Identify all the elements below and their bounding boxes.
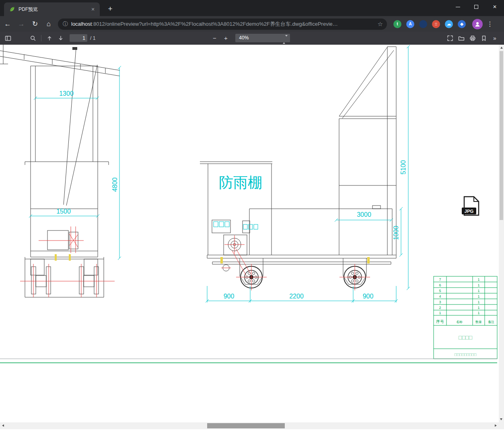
folder-open-icon <box>458 35 465 41</box>
forward-button[interactable]: → <box>15 18 27 30</box>
extension-icon-2[interactable]: A <box>406 20 414 28</box>
pdf-page: 1300 4800 1500 3000 1000 5100 900 2200 9… <box>0 45 499 422</box>
dimensions <box>29 45 410 302</box>
titleblock-title: □□□□ <box>459 334 472 341</box>
dim-3000: 3000 <box>357 211 371 218</box>
new-tab-button[interactable]: + <box>105 4 116 15</box>
printer-icon <box>469 35 476 41</box>
dim-900-left: 900 <box>224 293 235 300</box>
bom-qty: 1 <box>477 289 479 293</box>
extension-icon-6[interactable]: ◆ <box>458 20 466 28</box>
maximize-button[interactable] <box>467 0 485 14</box>
close-window-button[interactable]: ✕ <box>485 0 504 14</box>
dim-2200: 2200 <box>289 293 304 300</box>
pdf-toolbar: / 1 − + 40% » <box>0 32 504 45</box>
home-button[interactable]: ⌂ <box>43 18 55 30</box>
arrow-up-icon <box>46 35 53 41</box>
more-tools-button[interactable]: » <box>490 35 500 41</box>
bom-qty: 1 <box>477 278 479 282</box>
search-icon <box>30 35 36 41</box>
scroll-up-icon <box>500 47 503 49</box>
maximize-icon <box>474 5 478 9</box>
bom-no: 4 <box>439 294 441 298</box>
url-host: localhost <box>71 21 92 27</box>
minimize-icon <box>456 7 460 7</box>
jpg-file-icon: JPG <box>462 197 479 215</box>
bom-header-qty: 数量 <box>475 320 482 324</box>
site-info-icon[interactable]: ⓘ <box>63 21 68 28</box>
tab-title: PDF预览 <box>19 6 89 13</box>
extension-icon-4[interactable]: :: <box>432 20 440 28</box>
toolbar-divider <box>41 35 41 41</box>
arrow-down-icon <box>58 35 64 41</box>
left-view <box>0 45 120 297</box>
zoom-out-button[interactable]: − <box>209 33 220 43</box>
zoom-in-button[interactable]: + <box>220 33 231 43</box>
url-path: :8012/onlinePreview?url=http%3A%2F%2Floc… <box>92 21 337 27</box>
bom-no: 6 <box>439 283 441 287</box>
bom-no: 7 <box>439 278 441 282</box>
browser-tab[interactable]: PDF预览 ✕ <box>4 2 100 16</box>
dim-4800: 4800 <box>111 177 118 192</box>
bom-no: 3 <box>439 300 441 304</box>
bom-qty: 1 <box>477 300 479 304</box>
titleblock-note: □□□□□□□□□ <box>455 352 476 357</box>
next-page-button[interactable] <box>55 33 66 43</box>
browser-menu-icon[interactable]: ⋮ <box>485 19 495 29</box>
bom-header-name: 名称 <box>456 320 463 324</box>
presentation-mode-button[interactable] <box>444 33 456 43</box>
person-icon <box>474 21 481 27</box>
zoom-value: 40% <box>239 35 249 41</box>
bom-no: 2 <box>439 306 441 310</box>
extension-icon-5[interactable]: ☁ <box>445 20 453 28</box>
dimension-labels: 1300 4800 1500 3000 1000 5100 900 2200 9… <box>56 90 407 300</box>
previous-page-button[interactable] <box>44 33 55 43</box>
sidebar-icon <box>5 35 11 41</box>
sheet-border <box>0 359 497 363</box>
zoom-select[interactable]: 40% <box>235 34 290 42</box>
bom-qty: 1 <box>477 283 479 287</box>
profile-avatar[interactable] <box>472 19 483 29</box>
bom-qty: 1 <box>477 311 479 315</box>
dim-900-right: 900 <box>363 293 374 300</box>
find-button[interactable] <box>27 33 39 43</box>
vertical-scroll-thumb[interactable] <box>500 51 503 220</box>
scroll-down-icon <box>500 418 502 420</box>
fullscreen-icon <box>447 35 453 41</box>
select-carets-icon <box>283 35 288 44</box>
dim-1000: 1000 <box>393 226 399 240</box>
open-file-button[interactable] <box>456 33 467 43</box>
vertical-scrollbar[interactable] <box>499 45 504 422</box>
print-button[interactable] <box>467 33 478 43</box>
horizontal-scrollbar[interactable] <box>0 422 499 429</box>
url-input[interactable]: ⓘ localhost:8012/onlinePreview?url=http%… <box>58 19 387 30</box>
bookmark-button[interactable] <box>478 33 490 43</box>
canopy-label: 防雨棚 <box>219 174 262 191</box>
extension-icon-3[interactable] <box>419 20 427 28</box>
horizontal-scroll-thumb[interactable] <box>207 423 285 428</box>
bookmark-star-icon[interactable]: ☆ <box>378 21 383 28</box>
bom-header-no: 序号 <box>436 319 444 324</box>
back-button[interactable]: ← <box>2 18 14 30</box>
page-count-label: / 1 <box>90 35 95 41</box>
jpg-label: JPG <box>464 209 473 214</box>
bom-no: 1 <box>439 311 441 315</box>
scroll-left-icon <box>2 424 4 427</box>
bom-qty: 1 <box>477 306 479 310</box>
minimize-button[interactable] <box>448 0 467 14</box>
reload-button[interactable]: ↻ <box>29 18 41 30</box>
dim-1300: 1300 <box>59 90 74 97</box>
bom-qty: 1 <box>477 294 479 298</box>
tab-close-icon[interactable]: ✕ <box>89 6 97 13</box>
titlebar: PDF预览 ✕ + ✕ <box>0 0 504 16</box>
page-number-input[interactable] <box>70 34 87 42</box>
extension-icon-1[interactable]: t <box>393 20 401 28</box>
spring-leaf-favicon-icon <box>9 6 15 12</box>
title-block-text: 7 6 5 4 3 2 1 1 1 1 1 1 1 1 序号 名称 数量 备注 … <box>436 278 494 357</box>
bom-header-note: 备注 <box>488 320 494 324</box>
dim-5100: 5100 <box>400 160 407 175</box>
scroll-right-icon <box>495 424 497 427</box>
bom-no: 5 <box>439 289 441 293</box>
address-bar: ← → ↻ ⌂ ⓘ localhost:8012/onlinePreview?u… <box>0 16 504 32</box>
sidebar-toggle-button[interactable] <box>2 33 14 43</box>
